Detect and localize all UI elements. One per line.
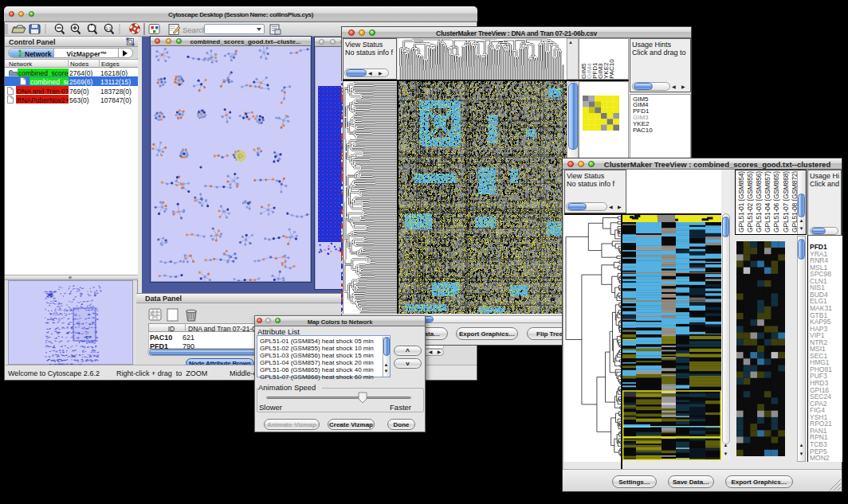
svg-text:1:1: 1:1 [106,26,112,31]
